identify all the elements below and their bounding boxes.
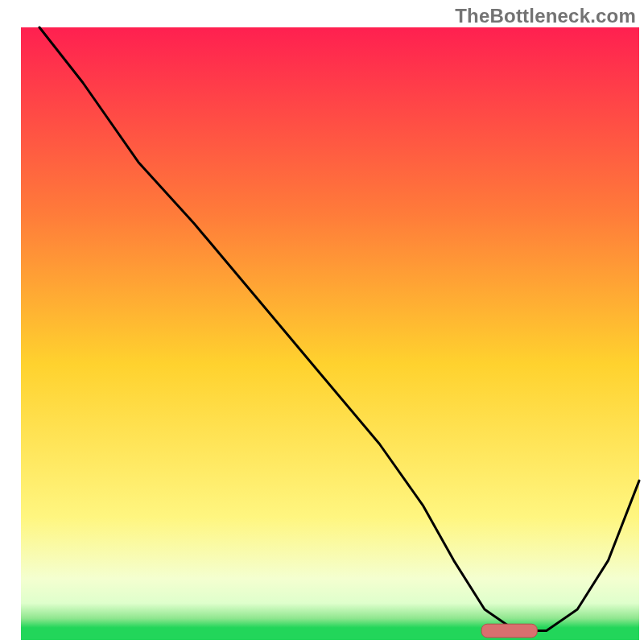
plot-background-gradient [21,27,639,640]
bottleneck-chart [0,0,644,644]
optimal-range-marker [481,624,537,638]
chart-container: TheBottleneck.com [0,0,644,644]
